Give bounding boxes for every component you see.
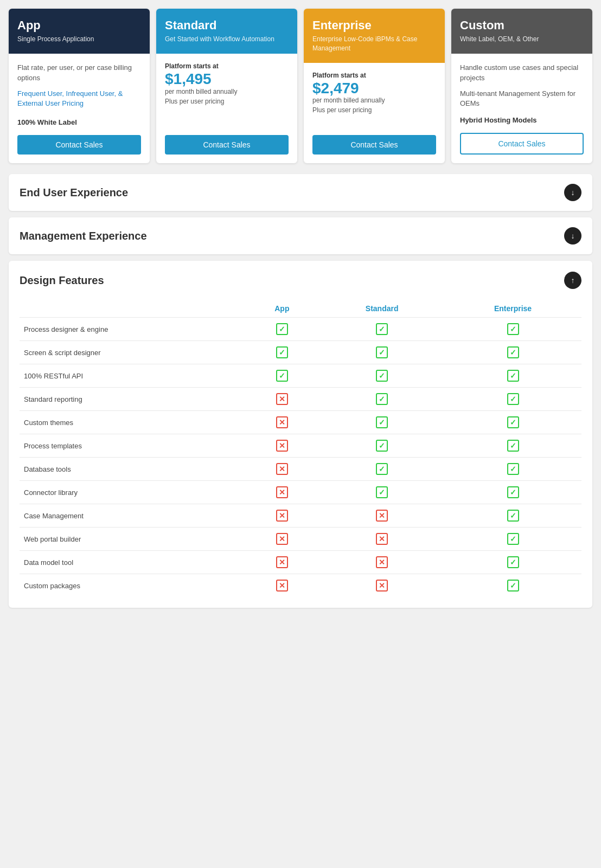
check-yes-icon: ✓ (376, 416, 388, 428)
plan-subtitle-enterprise: Enterprise Low-Code iBPMs & Case Managem… (312, 35, 436, 53)
contact-sales-custom[interactable]: Contact Sales (460, 133, 584, 155)
feature-check-app: ✕ (244, 574, 319, 597)
plan-feature-custom: Multi-tenant Management System for OEMs (460, 89, 584, 108)
plan-price-sub-standard: per month billed annually (165, 88, 289, 95)
chevron-up-icon: ↑ (571, 276, 575, 285)
feature-check-standard: ✕ (319, 528, 444, 551)
feature-check-standard: ✓ (319, 388, 444, 411)
check-yes-icon: ✓ (376, 346, 388, 358)
table-row: Screen & script designer✓✓✓ (20, 341, 581, 364)
check-yes-icon: ✓ (376, 463, 388, 475)
check-yes-icon: ✓ (507, 440, 519, 452)
features-table: App Standard Enterprise Process designer… (20, 300, 581, 597)
contact-sales-enterprise[interactable]: Contact Sales (312, 135, 436, 155)
table-row: Custom themes✕✓✓ (20, 411, 581, 434)
management-section[interactable]: Management Experience ↓ (9, 217, 592, 254)
plan-body-enterprise: Platform starts at $2,479 per month bill… (304, 63, 445, 164)
feature-check-standard: ✓ (319, 481, 444, 504)
feature-name-cell: Case Management (20, 504, 244, 528)
check-yes-icon: ✓ (276, 370, 288, 382)
plan-subtitle-app: Single Process Application (17, 35, 141, 44)
plan-body-custom: Handle custom use cases and special proj… (451, 54, 592, 163)
check-yes-icon: ✓ (507, 323, 519, 335)
table-row: 100% RESTful API✓✓✓ (20, 364, 581, 388)
check-yes-icon: ✓ (276, 323, 288, 335)
feature-check-app: ✕ (244, 458, 319, 481)
plan-header-standard: Standard Get Started with Workflow Autom… (156, 9, 297, 54)
feature-check-enterprise: ✓ (444, 341, 581, 364)
chevron-down-icon: ↓ (571, 188, 575, 197)
feature-check-enterprise: ✓ (444, 528, 581, 551)
feature-name-cell: Custom packages (20, 574, 244, 597)
table-row: Process designer & engine✓✓✓ (20, 318, 581, 341)
col-header-enterprise: Enterprise (444, 300, 581, 318)
plan-price-label-standard: Platform starts at (165, 62, 289, 70)
plan-feature-app: Frequent User, Infrequent User, & Extern… (17, 89, 141, 108)
check-no-icon: ✕ (276, 580, 288, 591)
contact-sales-app[interactable]: Contact Sales (17, 135, 141, 155)
feature-name-cell: Standard reporting (20, 388, 244, 411)
plan-price-sub-enterprise: per month billed annually (312, 97, 436, 104)
check-yes-icon: ✓ (507, 370, 519, 382)
check-no-icon: ✕ (276, 556, 288, 568)
feature-check-standard: ✓ (319, 341, 444, 364)
check-yes-icon: ✓ (376, 370, 388, 382)
feature-check-enterprise: ✓ (444, 364, 581, 388)
plan-card-app: App Single Process Application Flat rate… (9, 9, 150, 163)
check-yes-icon: ✓ (376, 323, 388, 335)
check-yes-icon: ✓ (376, 440, 388, 452)
table-row: Custom packages✕✕✓ (20, 574, 581, 597)
plan-header-enterprise: Enterprise Enterprise Low-Code iBPMs & C… (304, 9, 445, 63)
design-features-icon[interactable]: ↑ (564, 272, 581, 289)
plan-header-custom: Custom White Label, OEM, & Other (451, 9, 592, 54)
plan-price-label-enterprise: Platform starts at (312, 72, 436, 79)
table-row: Data model tool✕✕✓ (20, 551, 581, 574)
check-yes-icon: ✓ (507, 510, 519, 522)
col-header-app: App (244, 300, 319, 318)
col-header-standard: Standard (319, 300, 444, 318)
feature-name-cell: Custom themes (20, 411, 244, 434)
management-title: Management Experience (20, 230, 147, 242)
check-yes-icon: ✓ (376, 486, 388, 498)
check-yes-icon: ✓ (507, 346, 519, 358)
check-yes-icon: ✓ (376, 393, 388, 405)
feature-check-standard: ✓ (319, 411, 444, 434)
feature-check-app: ✓ (244, 341, 319, 364)
end-user-title: End User Experience (20, 187, 128, 199)
feature-check-enterprise: ✓ (444, 458, 581, 481)
pricing-cards: App Single Process Application Flat rate… (9, 9, 592, 163)
end-user-section[interactable]: End User Experience ↓ (9, 174, 592, 211)
check-no-icon: ✕ (276, 463, 288, 475)
col-header-feature (20, 300, 244, 318)
design-features-title: Design Features (20, 274, 104, 287)
plan-price-enterprise: $2,479 (312, 80, 436, 97)
check-yes-icon: ✓ (507, 486, 519, 498)
feature-name-cell: Database tools (20, 458, 244, 481)
check-yes-icon: ✓ (276, 346, 288, 358)
design-features-header: Design Features ↑ (20, 272, 581, 289)
feature-name-cell: Web portal builder (20, 528, 244, 551)
feature-check-standard: ✓ (319, 434, 444, 458)
feature-check-app: ✕ (244, 551, 319, 574)
plan-body-app: Flat rate, per user, or per case billing… (9, 54, 150, 163)
plan-body-standard: Platform starts at $1,495 per month bill… (156, 54, 297, 163)
feature-check-enterprise: ✓ (444, 504, 581, 528)
feature-check-enterprise: ✓ (444, 411, 581, 434)
table-row: Web portal builder✕✕✓ (20, 528, 581, 551)
feature-check-app: ✕ (244, 528, 319, 551)
check-yes-icon: ✓ (507, 416, 519, 428)
table-row: Process templates✕✓✓ (20, 434, 581, 458)
check-no-icon: ✕ (276, 486, 288, 498)
feature-name-cell: Process designer & engine (20, 318, 244, 341)
table-row: Connector library✕✓✓ (20, 481, 581, 504)
check-no-icon: ✕ (376, 556, 388, 568)
contact-sales-standard[interactable]: Contact Sales (165, 135, 289, 155)
feature-name-cell: Connector library (20, 481, 244, 504)
feature-check-app: ✕ (244, 434, 319, 458)
management-icon: ↓ (564, 227, 581, 245)
plan-price-note-enterprise: Plus per user pricing (312, 106, 436, 114)
feature-name-cell: 100% RESTful API (20, 364, 244, 388)
plan-subtitle-standard: Get Started with Workflow Automation (165, 35, 289, 44)
check-yes-icon: ✓ (507, 556, 519, 568)
check-no-icon: ✕ (276, 416, 288, 428)
